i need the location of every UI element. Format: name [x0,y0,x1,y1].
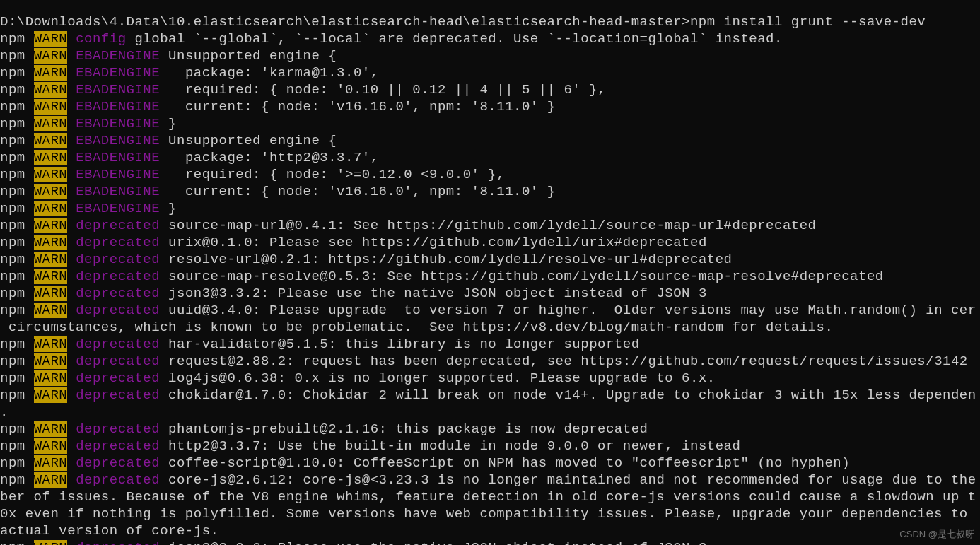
npm-prefix: npm [0,116,25,131]
warn-message: } [160,116,177,131]
npm-prefix: npm [0,31,25,47]
npm-prefix: npm [0,370,25,386]
watermark-text: CSDN @是七叔呀 [899,528,974,541]
warn-message: urix@0.1.0: Please see https://github.co… [160,235,707,250]
warn-tag: WARN [34,218,68,233]
warn-tag: WARN [34,472,68,488]
npm-prefix: npm [0,48,25,64]
warn-tag: WARN [34,133,68,148]
warn-message-cont: ber of issues. Because of the V8 engine … [0,489,976,505]
warn-message: har-validator@5.1.5: this library is no … [160,336,639,352]
npm-prefix: npm [0,269,25,284]
warn-code: deprecated [76,353,160,369]
npm-prefix: npm [0,472,25,488]
warn-message: source-map-url@0.4.1: See https://github… [160,218,816,233]
warn-message-cont: circumstances, which is known to be prob… [0,320,833,335]
warn-tag: WARN [34,48,68,64]
warn-code: deprecated [76,218,160,233]
warn-code: deprecated [76,455,160,471]
npm-prefix: npm [0,353,25,369]
warn-code: deprecated [76,252,160,267]
warn-code: EBADENGINE [76,167,160,182]
warn-code: deprecated [76,235,160,250]
warn-tag: WARN [34,438,68,454]
warn-code: EBADENGINE [76,82,160,98]
warn-message: Unsupported engine { [160,48,337,64]
npm-prefix: npm [0,303,25,318]
warn-message-cont: actual version of core-js. [0,523,218,539]
warn-code: deprecated [76,472,160,488]
npm-prefix: npm [0,387,25,403]
warn-code: EBADENGINE [76,184,160,199]
warn-tag: WARN [34,421,68,437]
warn-code: EBADENGINE [76,65,160,81]
warn-tag: WARN [34,116,68,131]
warn-message: global `--global`, `--local` are depreca… [127,31,783,47]
warn-code: deprecated [76,438,160,454]
npm-prefix: npm [0,252,25,267]
warn-code: EBADENGINE [76,48,160,64]
warn-tag: WARN [34,167,68,182]
warn-message: current: { node: 'v16.16.0', npm: '8.11.… [160,184,555,199]
warn-code: deprecated [76,286,160,301]
npm-prefix: npm [0,133,25,148]
warn-message: Unsupported engine { [160,133,337,148]
npm-prefix: npm [0,167,25,182]
warn-code: EBADENGINE [76,99,160,115]
warn-tag: WARN [34,303,68,318]
warn-tag: WARN [34,184,68,199]
warn-tag: WARN [34,455,68,471]
warn-message: source-map-resolve@0.5.3: See https://gi… [160,269,884,284]
warn-message: json3@3.2.6: Please use the native JSON … [160,540,707,545]
warn-code: deprecated [76,370,160,386]
npm-prefix: npm [0,218,25,233]
npm-prefix: npm [0,99,25,115]
warn-code: EBADENGINE [76,150,160,165]
warn-code: deprecated [76,387,160,403]
warn-code: EBADENGINE [76,133,160,148]
warn-message: package: 'karma@1.3.0', [160,65,378,81]
warn-tag: WARN [34,65,68,81]
warn-tag: WARN [34,286,68,301]
warn-message: required: { node: '0.10 || 0.12 || 4 || … [160,82,606,98]
warn-tag: WARN [34,252,68,267]
npm-prefix: npm [0,421,25,437]
warn-message: current: { node: 'v16.16.0', npm: '8.11.… [160,99,555,115]
prompt-path: D:\Downloads\4.Data\10.elasticsearch\ela… [0,14,690,30]
warn-message: json3@3.3.2: Please use the native JSON … [160,286,707,301]
npm-prefix: npm [0,201,25,216]
warn-tag: WARN [34,201,68,216]
warn-message: coffee-script@1.10.0: CoffeeScript on NP… [160,455,850,471]
npm-prefix: npm [0,150,25,165]
npm-prefix: npm [0,438,25,454]
npm-prefix: npm [0,65,25,81]
warn-code: EBADENGINE [76,116,160,131]
warn-code: deprecated [76,303,160,318]
terminal-output[interactable]: D:\Downloads\4.Data\10.elasticsearch\ela… [0,13,980,545]
warn-message: uuid@3.4.0: Please upgrade to version 7 … [160,303,976,318]
warn-tag: WARN [34,269,68,284]
warn-tag: WARN [34,235,68,250]
npm-prefix: npm [0,455,25,471]
warn-tag: WARN [34,82,68,98]
warn-message: required: { node: '>=0.12.0 <9.0.0' }, [160,167,505,182]
warn-tag: WARN [34,336,68,352]
npm-prefix: npm [0,336,25,352]
warn-tag: WARN [34,540,68,545]
warn-message: http2@3.3.7: Use the built-in module in … [160,438,740,454]
warn-tag: WARN [34,387,68,403]
warn-code: deprecated [76,540,160,545]
warn-message: core-js@2.6.12: core-js@<3.23.3 is no lo… [160,472,976,488]
npm-prefix: npm [0,286,25,301]
warn-message: chokidar@1.7.0: Chokidar 2 will break on… [160,387,976,403]
warn-message: phantomjs-prebuilt@2.1.16: this package … [160,421,648,437]
npm-prefix: npm [0,184,25,199]
warn-code: deprecated [76,421,160,437]
warn-message: } [160,201,177,216]
warn-message-cont: 0x even if nothing is polyfilled. Some v… [0,506,976,522]
warn-tag: WARN [34,353,68,369]
npm-prefix: npm [0,540,25,545]
npm-prefix: npm [0,82,25,98]
warn-code: config [76,31,126,47]
warn-tag: WARN [34,31,68,47]
